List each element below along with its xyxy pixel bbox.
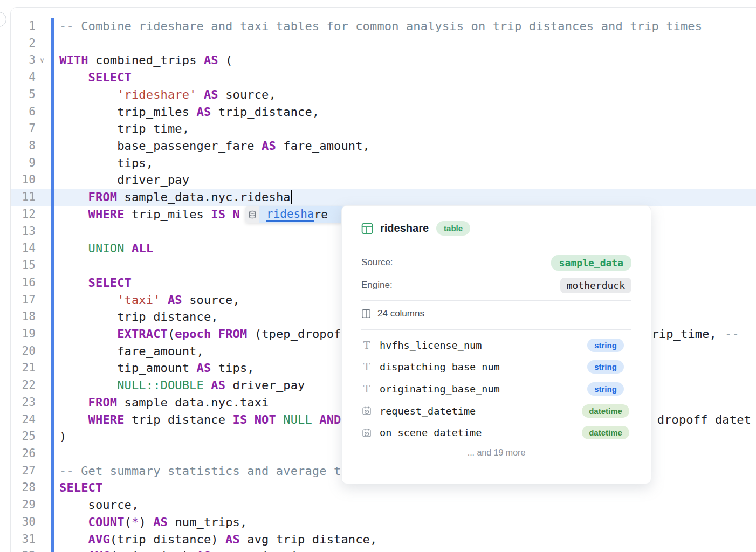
code-line[interactable]: 1-- Combine rideshare and taxi tables fo…: [11, 18, 756, 35]
fold-gutter: [36, 326, 49, 343]
line-number: 21: [11, 360, 36, 377]
code-line[interactable]: 8 base_passenger_fare AS fare_amount,: [11, 137, 756, 155]
line-number: 28: [11, 479, 36, 496]
code-line[interactable]: 5 'rideshare' AS source,: [11, 86, 756, 104]
line-number: 22: [11, 377, 36, 394]
text-type-icon: T: [361, 362, 372, 372]
fold-gutter: [36, 479, 49, 496]
autocomplete-popup: rideshare: [245, 206, 344, 223]
code-text: source,: [49, 496, 756, 514]
fold-gutter: [36, 394, 49, 411]
code-text: trip_miles AS trip_distance,: [49, 104, 756, 121]
engine-value-badge: motherduck: [560, 278, 631, 293]
line-number: 8: [11, 137, 36, 155]
columns-count-label: 24 columns: [377, 308, 424, 319]
line-number: 10: [11, 171, 36, 189]
fold-gutter: [36, 120, 49, 137]
code-text: tips,: [49, 155, 756, 172]
table-name-title: rideshare: [380, 222, 429, 234]
fold-gutter: [36, 411, 49, 429]
code-line[interactable]: 29 source,: [11, 496, 756, 514]
code-text: base_passenger_fare AS fare_amount,: [49, 137, 756, 155]
fold-gutter: [36, 292, 49, 309]
fold-gutter: [36, 548, 49, 552]
fold-gutter: [36, 274, 49, 292]
line-number: 17: [11, 292, 36, 309]
active-cell-indicator: [51, 18, 54, 552]
line-number: 24: [11, 411, 36, 429]
line-number: 32: [11, 548, 36, 552]
fold-gutter: [36, 343, 49, 360]
line-number: 23: [11, 394, 36, 411]
code-text: COUNT(*) AS num_trips,: [49, 514, 756, 531]
type-pill: string: [587, 339, 624, 352]
fold-gutter: [36, 35, 49, 52]
code-text: 'rideshare' AS source,: [49, 86, 756, 104]
code-text: WITH combined_trips AS (: [49, 52, 756, 69]
code-line[interactable]: 7 trip_time,: [11, 120, 756, 137]
line-number: 14: [11, 240, 36, 257]
collapse-handle[interactable]: [0, 12, 6, 27]
fold-gutter: [36, 86, 49, 104]
type-pill: string: [587, 360, 624, 374]
source-row: Source: sample_data: [361, 251, 631, 274]
type-pill: datetime: [582, 426, 629, 439]
line-number: 13: [11, 223, 36, 240]
table-icon: [361, 223, 373, 234]
type-pill: string: [587, 382, 624, 396]
fold-gutter: [36, 496, 49, 514]
line-number: 9: [11, 155, 36, 172]
code-line[interactable]: 9 tips,: [11, 155, 756, 172]
code-line[interactable]: 2: [11, 35, 756, 52]
column-row: T hvfhs_license_num string: [361, 334, 631, 356]
fold-gutter: [36, 104, 49, 121]
fold-gutter: [36, 514, 49, 531]
code-text: AVG(trip_time) AS avg_trip_time,: [49, 548, 756, 552]
fold-gutter: [36, 69, 49, 86]
code-line[interactable]: 31 AVG(trip_distance) AS avg_trip_distan…: [11, 531, 756, 548]
fold-gutter: [36, 206, 49, 223]
line-number: 4: [11, 69, 36, 86]
fold-gutter: [36, 463, 49, 480]
fold-gutter: [36, 308, 49, 326]
code-text: FROM sample_data.nyc.ridesha: [49, 189, 756, 206]
fold-gutter: [36, 171, 49, 189]
line-number: 2: [11, 35, 36, 52]
code-line[interactable]: 10 driver_pay: [11, 171, 756, 189]
columns-count-row: 24 columns: [361, 301, 631, 325]
fold-gutter: [36, 155, 49, 172]
code-text: trip_time,: [49, 120, 756, 137]
column-row: T originating_base_num string: [361, 378, 631, 400]
more-columns-label: ... and 19 more: [361, 448, 631, 458]
datetime-type-icon: [361, 428, 372, 438]
columns-icon: [361, 309, 371, 319]
autocomplete-item-rideshare[interactable]: rideshare: [259, 206, 344, 223]
code-text: AVG(trip_distance) AS avg_trip_distance,: [49, 531, 756, 548]
code-line[interactable]: 6 trip_miles AS trip_distance,: [11, 104, 756, 121]
column-row: on_scene_datetime datetime: [361, 422, 631, 444]
line-number: 12: [11, 206, 36, 223]
code-text: driver_pay: [49, 171, 756, 189]
line-number: 19: [11, 326, 36, 343]
fold-gutter: [36, 137, 49, 155]
fold-gutter: [36, 240, 49, 257]
code-line[interactable]: 3∨WITH combined_trips AS (: [11, 52, 756, 69]
code-line[interactable]: 30 COUNT(*) AS num_trips,: [11, 514, 756, 531]
text-type-icon: T: [361, 384, 372, 394]
fold-gutter: [36, 360, 49, 377]
line-number: 7: [11, 120, 36, 137]
code-line[interactable]: 4 SELECT: [11, 69, 756, 86]
engine-label: Engine:: [361, 280, 393, 291]
code-text: -- Combine rideshare and taxi tables for…: [49, 18, 756, 35]
source-value-badge: sample_data: [551, 255, 631, 271]
code-line[interactable]: 11 FROM sample_data.nyc.ridesha: [11, 189, 756, 206]
line-number: 15: [11, 257, 36, 274]
line-number: 27: [11, 463, 36, 480]
fold-gutter: [36, 377, 49, 394]
fold-chevron-icon[interactable]: ∨: [36, 52, 49, 69]
text-type-icon: T: [361, 340, 372, 350]
fold-gutter: [36, 531, 49, 548]
line-number: 11: [11, 189, 36, 206]
line-number: 26: [11, 445, 36, 463]
code-line[interactable]: 32 AVG(trip_time) AS avg_trip_time,: [11, 548, 756, 552]
